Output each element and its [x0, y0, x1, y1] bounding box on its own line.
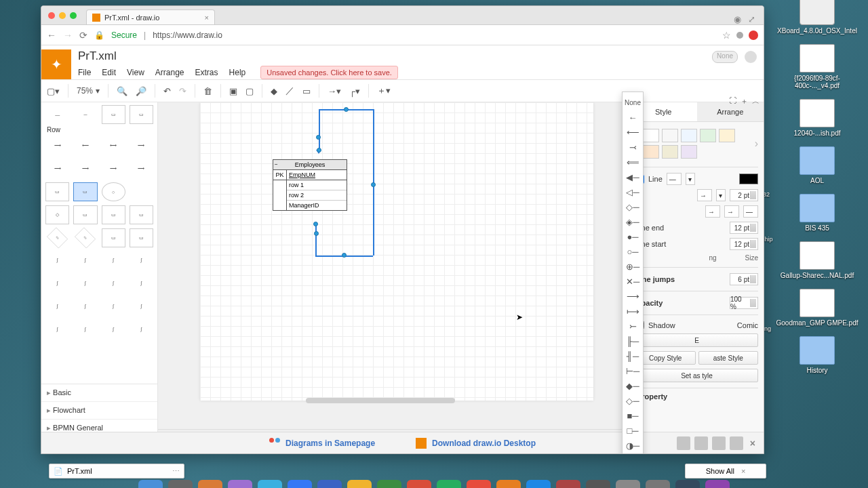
section-flowchart[interactable]: ▸ Flowchart: [41, 401, 157, 419]
close-shelf-icon[interactable]: ×: [741, 467, 745, 475]
close-tab-icon[interactable]: ×: [205, 14, 209, 22]
desktop-icon[interactable]: XBoard_4.8.0d_OSX_Intel: [773, 0, 861, 35]
menu-edit[interactable]: Edit: [102, 68, 116, 77]
swatch[interactable]: [681, 129, 697, 142]
shape-item[interactable]: [130, 182, 153, 201]
window-controls[interactable]: [45, 12, 82, 24]
extension-icon[interactable]: [736, 32, 743, 39]
palette-none[interactable]: None: [623, 95, 643, 110]
horizontal-scrollbar[interactable]: [306, 398, 455, 403]
file-name[interactable]: PrT.xml: [78, 49, 398, 63]
shape-item[interactable]: ▭: [102, 205, 125, 224]
close-footer-icon[interactable]: ×: [747, 438, 758, 449]
shape-curve[interactable]: ∫: [45, 273, 69, 292]
line-cap-select[interactable]: ▾: [716, 189, 726, 201]
line-style-select[interactable]: —: [667, 173, 682, 185]
reload-icon[interactable]: ⟳: [79, 30, 87, 41]
swatch[interactable]: [643, 145, 659, 159]
palette-arrow[interactable]: ✕─: [623, 274, 643, 289]
palette-arrow[interactable]: ╟─: [623, 333, 643, 348]
desktop-icon[interactable]: 12040-...ish.pdf: [773, 99, 861, 137]
swatch[interactable]: [643, 129, 659, 142]
shape-item[interactable]: ⟶: [73, 159, 97, 178]
plus-icon[interactable]: ＋: [741, 96, 748, 106]
to-front-icon[interactable]: ▣: [229, 86, 237, 96]
browser-tab[interactable]: PrT.xml - draw.io ×: [86, 9, 215, 24]
line-end-input[interactable]: 12 pt: [730, 222, 758, 234]
paste-style-button[interactable]: aste Style: [698, 351, 759, 365]
view-mode-icon[interactable]: ▢▾: [47, 86, 60, 96]
selected-edge[interactable]: [319, 109, 320, 150]
connection-icon[interactable]: →▾: [328, 86, 341, 96]
edge-handle[interactable]: [317, 148, 321, 152]
shape-item[interactable]: ◇: [45, 205, 69, 224]
shape-item[interactable]: ▭: [130, 205, 153, 224]
shape-item[interactable]: ▭: [45, 182, 69, 201]
unsaved-warning[interactable]: Unsaved changes. Click here to save.: [260, 66, 398, 79]
edit-style-button[interactable]: E: [635, 333, 758, 347]
menu-arrange[interactable]: Arrange: [155, 68, 184, 77]
canvas-paper[interactable]: −Employees PKEmpNUM row 1 row 2 ManagerI…: [200, 102, 593, 401]
download-menu-icon[interactable]: ⋯: [172, 467, 180, 476]
shape-item[interactable]: ⟶: [45, 136, 69, 155]
palette-arrow[interactable]: ╢─: [623, 348, 643, 363]
palette-arrow[interactable]: ■─: [623, 408, 643, 423]
swatch[interactable]: [662, 145, 678, 159]
palette-arrow[interactable]: ◑─: [623, 438, 643, 453]
shape-item[interactable]: ─: [73, 105, 97, 124]
entity-employees[interactable]: −Employees PKEmpNUM row 1 row 2 ManagerI…: [273, 159, 347, 211]
desktop-icon[interactable]: History: [773, 336, 861, 374]
opacity-input[interactable]: 100 %: [730, 297, 758, 309]
shape-curve[interactable]: ∫: [73, 319, 97, 338]
line-color-box[interactable]: [739, 174, 758, 184]
social-icon[interactable]: [730, 436, 743, 450]
desktop-icon[interactable]: Goodman_GMP GMPE.pdf: [773, 289, 861, 327]
edge-handle[interactable]: [344, 107, 349, 112]
shape-item[interactable]: ▭: [130, 105, 153, 124]
shape-item-selected[interactable]: ▭: [73, 182, 97, 201]
desktop-icon[interactable]: BIS 435: [773, 194, 861, 232]
menu-help[interactable]: Help: [229, 68, 246, 77]
adblock-icon[interactable]: [749, 30, 758, 40]
delete-icon[interactable]: 🗑: [203, 86, 212, 96]
bookmark-icon[interactable]: ☆: [722, 30, 731, 41]
shape-curve[interactable]: ∫: [130, 319, 153, 338]
macos-dock[interactable]: [129, 476, 739, 488]
arrow-opt-select[interactable]: —: [743, 205, 758, 218]
swatch-next-icon[interactable]: ›: [755, 138, 758, 150]
desktop-icon[interactable]: AOL: [773, 146, 861, 184]
fill-icon[interactable]: ◆: [271, 86, 277, 96]
shape-curve[interactable]: ∫: [45, 296, 69, 315]
shape-item[interactable]: ▭: [102, 228, 125, 247]
line-weight-input[interactable]: 2 pt: [730, 189, 758, 201]
zoom-out-icon[interactable]: 🔎: [136, 86, 146, 96]
zoom-dropdown[interactable]: 75% ▾: [77, 86, 100, 96]
minimize-window-icon[interactable]: [59, 12, 66, 19]
shape-item[interactable]: ▭: [102, 105, 125, 124]
waypoint-icon[interactable]: ┌▾: [349, 86, 360, 96]
shape-item[interactable]: ⟷: [102, 136, 125, 155]
shape-item[interactable]: ⟶: [130, 159, 153, 178]
palette-arrow[interactable]: ⊢─: [623, 363, 643, 378]
promo-samepage[interactable]: Diagrams in Samepage: [269, 438, 375, 449]
shape-item[interactable]: ⟶: [102, 159, 125, 178]
shape-curve[interactable]: ∫: [73, 250, 97, 269]
edge-handle[interactable]: [371, 182, 376, 187]
palette-arrow[interactable]: ◆─: [623, 378, 643, 393]
palette-arrow[interactable]: ◀─: [623, 169, 643, 184]
shape-curve[interactable]: ∫: [45, 250, 69, 269]
edge-handle[interactable]: [314, 231, 319, 236]
line-start-input[interactable]: 12 pt: [730, 238, 758, 250]
shape-curve[interactable]: ∫: [73, 296, 97, 315]
shape-curve[interactable]: ∫: [102, 296, 125, 315]
shape-item[interactable]: —: [45, 105, 69, 124]
shape-item[interactable]: ○: [102, 182, 125, 201]
shape-item[interactable]: ▭: [73, 205, 97, 224]
shape-curve[interactable]: ∫: [102, 250, 125, 269]
url-text[interactable]: https://www.draw.io: [153, 30, 222, 40]
palette-arrow[interactable]: ─◀: [623, 453, 643, 454]
shape-item[interactable]: ▭: [75, 227, 96, 248]
shape-curve[interactable]: ∫: [130, 250, 153, 269]
palette-arrow[interactable]: ○─: [623, 244, 643, 259]
to-back-icon[interactable]: ▢: [245, 86, 254, 96]
